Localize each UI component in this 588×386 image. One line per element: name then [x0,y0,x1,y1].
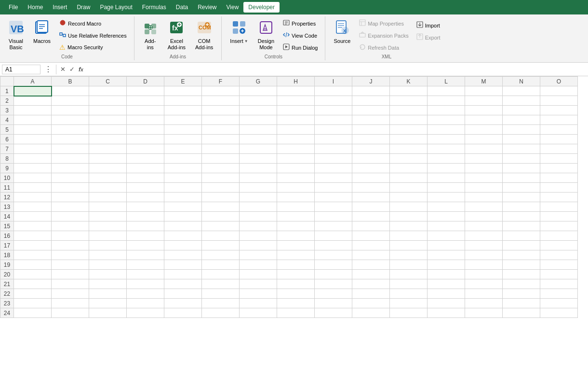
cell-J5[interactable] [352,125,390,135]
cell-N3[interactable] [503,106,540,115]
cell-C10[interactable] [89,173,127,183]
cell-K1[interactable] [390,86,428,96]
formula-input[interactable] [85,65,586,74]
cell-B14[interactable] [52,212,89,221]
cell-B21[interactable] [52,279,89,289]
cell-I6[interactable] [315,135,352,144]
row-header-3[interactable]: 3 [0,106,14,115]
sheet-container[interactable]: ABCDEFGHIJKLMNO1234567891011121314151617… [0,76,588,318]
cell-F24[interactable] [202,308,240,318]
cell-E22[interactable] [164,289,202,299]
cell-A11[interactable] [14,183,52,193]
cell-B18[interactable] [52,250,89,260]
cell-K18[interactable] [390,250,428,260]
cell-F9[interactable] [202,164,240,173]
cell-N23[interactable] [503,299,540,308]
cell-O22[interactable] [540,289,578,299]
row-header-20[interactable]: 20 [0,270,14,279]
cell-J20[interactable] [352,270,390,279]
cell-K16[interactable] [390,231,428,241]
cell-F7[interactable] [202,144,240,154]
cell-J7[interactable] [352,144,390,154]
cell-C21[interactable] [89,279,127,289]
cell-O10[interactable] [540,173,578,183]
cell-I24[interactable] [315,308,352,318]
menu-data[interactable]: Data [171,2,193,13]
cell-D19[interactable] [127,260,164,270]
cell-L24[interactable] [428,308,465,318]
cell-H22[interactable] [277,289,315,299]
cell-M21[interactable] [465,279,503,289]
col-header-J[interactable]: J [352,77,390,86]
cell-K11[interactable] [390,183,428,193]
cell-M12[interactable] [465,193,503,202]
row-header-14[interactable]: 14 [0,212,14,221]
cell-A24[interactable] [14,308,52,318]
col-header-C[interactable]: C [89,77,127,86]
cell-J22[interactable] [352,289,390,299]
menu-page-layout[interactable]: Page Layout [95,2,137,13]
cell-H11[interactable] [277,183,315,193]
cell-E17[interactable] [164,241,202,250]
cell-A2[interactable] [14,96,52,106]
cell-C19[interactable] [89,260,127,270]
cell-A20[interactable] [14,270,52,279]
cell-K5[interactable] [390,125,428,135]
cell-G6[interactable] [240,135,277,144]
cell-O12[interactable] [540,193,578,202]
cell-A16[interactable] [14,231,52,241]
cell-M11[interactable] [465,183,503,193]
export-button[interactable]: Export [413,31,444,43]
cell-B12[interactable] [52,193,89,202]
col-header-K[interactable]: K [390,77,428,86]
col-header-E[interactable]: E [164,77,202,86]
name-manager-button[interactable]: ⋮ [42,64,54,75]
cell-I23[interactable] [315,299,352,308]
menu-view[interactable]: View [222,2,244,13]
cell-M8[interactable] [465,154,503,164]
cell-N7[interactable] [503,144,540,154]
cell-B5[interactable] [52,125,89,135]
cell-B23[interactable] [52,299,89,308]
cell-L10[interactable] [428,173,465,183]
cell-K2[interactable] [390,96,428,106]
row-header-9[interactable]: 9 [0,164,14,173]
col-header-D[interactable]: D [127,77,164,86]
map-properties-button[interactable]: Map Properties [356,17,412,29]
col-header-M[interactable]: M [465,77,503,86]
cell-M2[interactable] [465,96,503,106]
cell-K12[interactable] [390,193,428,202]
cell-M17[interactable] [465,241,503,250]
cell-M13[interactable] [465,202,503,212]
cell-H3[interactable] [277,106,315,115]
use-relative-references-button[interactable]: Use Relative References [56,29,130,41]
cell-A23[interactable] [14,299,52,308]
cell-M18[interactable] [465,250,503,260]
menu-file[interactable]: File [4,2,23,13]
cell-F18[interactable] [202,250,240,260]
cell-G5[interactable] [240,125,277,135]
row-header-19[interactable]: 19 [0,260,14,270]
cell-N10[interactable] [503,173,540,183]
cell-D18[interactable] [127,250,164,260]
cell-L20[interactable] [428,270,465,279]
cell-H2[interactable] [277,96,315,106]
menu-developer[interactable]: Developer [243,2,280,13]
cell-O20[interactable] [540,270,578,279]
cell-L16[interactable] [428,231,465,241]
cell-J4[interactable] [352,115,390,125]
cell-E10[interactable] [164,173,202,183]
cell-H18[interactable] [277,250,315,260]
row-header-5[interactable]: 5 [0,125,14,135]
cell-D3[interactable] [127,106,164,115]
cell-H9[interactable] [277,164,315,173]
cell-L13[interactable] [428,202,465,212]
cell-O8[interactable] [540,154,578,164]
cell-J17[interactable] [352,241,390,250]
cell-N14[interactable] [503,212,540,221]
cell-E16[interactable] [164,231,202,241]
cell-I1[interactable] [315,86,352,96]
cell-F4[interactable] [202,115,240,125]
cell-D9[interactable] [127,164,164,173]
cell-A22[interactable] [14,289,52,299]
